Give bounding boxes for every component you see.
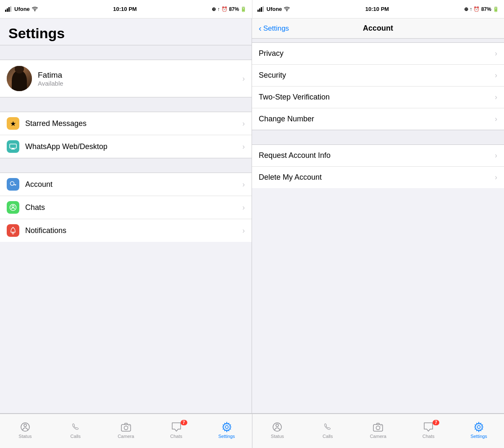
profile-item[interactable]: Fatima Available › — [0, 60, 252, 97]
profile-name: Fatima — [38, 71, 242, 80]
signal-icon — [5, 6, 13, 12]
right-tab-status[interactable]: Status — [265, 422, 290, 439]
left-status-label: Status — [18, 434, 32, 439]
left-tab-chats[interactable]: 7 Chats — [164, 422, 189, 439]
security-item[interactable]: Security › — [252, 65, 504, 86]
star-icon: ★ — [10, 120, 16, 128]
left-calls-label: Calls — [71, 434, 81, 439]
key-icon — [10, 181, 16, 188]
starred-chevron: › — [242, 119, 245, 128]
left-tab-status[interactable]: Status — [13, 422, 38, 439]
right-chats-label: Chats — [423, 434, 435, 439]
privacy-item[interactable]: Privacy › — [252, 43, 504, 65]
chats-icon-badge — [7, 201, 19, 214]
right-status-bar: Ufone 10:10 PM ⊕ ↑ ⏰ 87% 🔋 — [252, 0, 504, 18]
notifications-item[interactable]: Notifications › — [0, 219, 252, 242]
left-chats-icon — [171, 422, 182, 432]
left-battery-percent: ⊕ ↑ ⏰ 87% 🔋 — [212, 6, 247, 12]
right-status-icon — [272, 422, 283, 432]
starred-icon-badge: ★ — [7, 117, 19, 130]
right-camera-icon — [373, 422, 383, 432]
left-chats-badge: 7 — [181, 420, 187, 425]
right-tab-chats[interactable]: 7 Chats — [416, 422, 441, 439]
profile-section: Fatima Available › — [0, 60, 252, 97]
account-nav-title: Account — [363, 24, 393, 33]
left-chats-label: Chats — [170, 434, 182, 439]
carrier-name: Ufone — [14, 6, 30, 12]
left-panel: Settings Fatima Available › — [0, 18, 252, 413]
right-carrier-info: Ufone — [257, 6, 291, 12]
whatsapp-web-item[interactable]: WhatsApp Web/Desktop › — [0, 135, 252, 158]
account-bottom-section: Request Account Info › Delete My Account… — [252, 145, 504, 188]
two-step-label: Two-Step Verification — [259, 93, 495, 102]
notifications-label: Notifications — [25, 226, 242, 235]
avatar-face — [7, 66, 32, 91]
two-step-item[interactable]: Two-Step Verification › — [252, 86, 504, 108]
svg-point-32 — [478, 426, 480, 429]
wifi-icon — [32, 6, 38, 12]
web-label: WhatsApp Web/Desktop — [25, 142, 242, 151]
web-icon-badge — [7, 140, 19, 153]
svg-rect-16 — [14, 184, 15, 185]
account-item[interactable]: Account › — [0, 173, 252, 196]
two-step-chevron: › — [495, 93, 497, 102]
tab-bars: Status Calls Camera 7 Chats — [0, 413, 504, 448]
left-status-bar: Ufone 10:10 PM ⊕ ↑ ⏰ 87% 🔋 — [0, 0, 252, 18]
account-icon-badge — [7, 178, 19, 191]
left-tab-camera[interactable]: Camera — [113, 422, 139, 439]
profile-chevron: › — [242, 74, 245, 83]
right-carrier-name: Ufone — [267, 6, 282, 12]
left-tab-calls[interactable]: Calls — [63, 422, 88, 439]
right-calls-icon — [322, 422, 333, 432]
main-content: Settings Fatima Available › — [0, 18, 504, 413]
chat-icon — [9, 204, 17, 211]
svg-rect-15 — [15, 184, 16, 186]
request-info-chevron: › — [495, 151, 497, 160]
svg-rect-1 — [7, 8, 8, 12]
request-info-item[interactable]: Request Account Info › — [252, 145, 504, 167]
security-chevron: › — [495, 71, 497, 80]
request-info-label: Request Account Info — [259, 151, 495, 160]
account-label: Account — [25, 180, 242, 189]
right-tab-calls[interactable]: Calls — [315, 422, 340, 439]
web-chevron: › — [242, 142, 245, 151]
right-battery-percent: ⊕ ↑ ⏰ 87% 🔋 — [464, 6, 499, 12]
change-number-item[interactable]: Change Number › — [252, 108, 504, 130]
svg-point-31 — [381, 425, 381, 426]
chats-item[interactable]: Chats › — [0, 196, 252, 219]
right-wifi-icon — [284, 6, 290, 12]
starred-messages-item[interactable]: ★ Starred Messages › — [0, 112, 252, 135]
delete-account-label: Delete My Account — [259, 173, 495, 182]
settings-title: Settings — [0, 18, 252, 45]
delete-account-item[interactable]: Delete My Account › — [252, 167, 504, 188]
top-spacer-right — [252, 39, 504, 43]
avatar — [7, 66, 32, 91]
right-calls-label: Calls — [323, 434, 333, 439]
left-time: 10:10 PM — [113, 6, 136, 12]
change-number-chevron: › — [495, 115, 497, 123]
chats-label: Chats — [25, 203, 242, 212]
svg-rect-0 — [5, 10, 6, 12]
svg-rect-10 — [10, 144, 16, 148]
svg-rect-7 — [261, 7, 262, 12]
privacy-label: Privacy — [259, 49, 495, 58]
back-button[interactable]: ‹ Settings — [259, 24, 289, 33]
notifications-chevron: › — [242, 226, 245, 235]
notification-icon — [9, 227, 17, 234]
back-label: Settings — [263, 24, 289, 33]
starred-label: Starred Messages — [25, 119, 242, 128]
avatar-silhouette — [12, 70, 27, 91]
right-tab-camera[interactable]: Camera — [365, 422, 391, 439]
svg-point-9 — [286, 10, 287, 11]
svg-rect-5 — [257, 10, 259, 12]
svg-rect-3 — [10, 6, 11, 12]
svg-point-22 — [24, 424, 26, 427]
left-battery-info: ⊕ ↑ ⏰ 87% 🔋 — [212, 6, 247, 12]
svg-rect-8 — [262, 6, 264, 12]
divider-1 — [0, 97, 252, 112]
right-tab-settings[interactable]: Settings — [466, 422, 491, 439]
right-settings-icon — [473, 422, 484, 432]
notifications-icon-badge — [7, 224, 19, 237]
left-status-icon — [20, 422, 31, 432]
left-tab-settings[interactable]: Settings — [214, 422, 239, 439]
